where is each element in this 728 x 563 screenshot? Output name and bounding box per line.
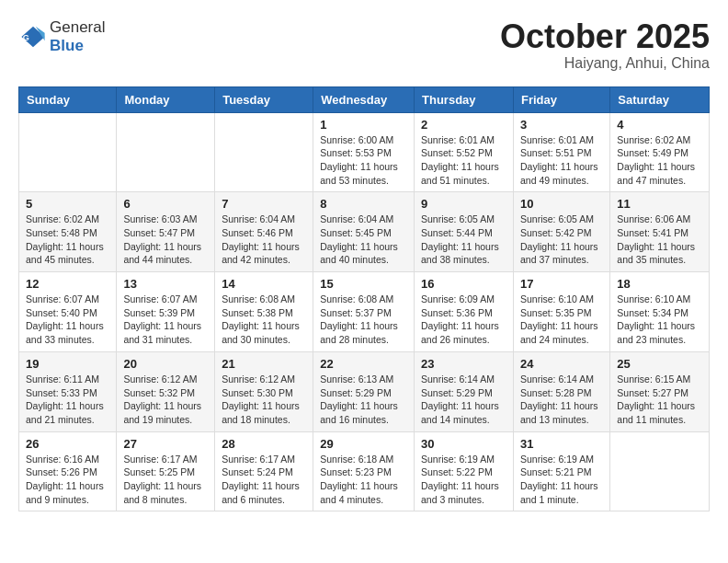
day-cell: 28Sunrise: 6:17 AM Sunset: 5:24 PM Dayli…	[215, 431, 313, 511]
day-number: 29	[320, 437, 407, 451]
week-row-4: 19Sunrise: 6:11 AM Sunset: 5:33 PM Dayli…	[19, 351, 710, 431]
day-number: 12	[26, 277, 109, 291]
day-info: Sunrise: 6:05 AM Sunset: 5:44 PM Dayligh…	[421, 213, 506, 267]
header-friday: Friday	[513, 86, 609, 112]
day-cell: 13Sunrise: 6:07 AM Sunset: 5:39 PM Dayli…	[117, 272, 215, 352]
day-info: Sunrise: 6:09 AM Sunset: 5:36 PM Dayligh…	[421, 293, 506, 347]
header-saturday: Saturday	[610, 86, 710, 112]
day-cell: 26Sunrise: 6:16 AM Sunset: 5:26 PM Dayli…	[19, 431, 117, 511]
day-number: 4	[617, 118, 702, 132]
title-block: October 2025 Haiyang, Anhui, China	[500, 18, 710, 72]
day-info: Sunrise: 6:16 AM Sunset: 5:26 PM Dayligh…	[26, 453, 109, 507]
day-info: Sunrise: 6:07 AM Sunset: 5:39 PM Dayligh…	[123, 293, 208, 347]
day-info: Sunrise: 6:12 AM Sunset: 5:30 PM Dayligh…	[222, 373, 306, 427]
day-cell: 12Sunrise: 6:07 AM Sunset: 5:40 PM Dayli…	[19, 272, 117, 352]
day-info: Sunrise: 6:19 AM Sunset: 5:21 PM Dayligh…	[520, 453, 603, 507]
day-cell: 14Sunrise: 6:08 AM Sunset: 5:38 PM Dayli…	[215, 272, 313, 352]
day-cell: 31Sunrise: 6:19 AM Sunset: 5:21 PM Dayli…	[513, 431, 609, 511]
day-cell: 20Sunrise: 6:12 AM Sunset: 5:32 PM Dayli…	[117, 351, 215, 431]
day-info: Sunrise: 6:17 AM Sunset: 5:24 PM Dayligh…	[222, 453, 306, 507]
day-number: 30	[421, 437, 506, 451]
day-number: 24	[520, 357, 603, 371]
day-cell: 10Sunrise: 6:05 AM Sunset: 5:42 PM Dayli…	[513, 192, 609, 272]
day-number: 18	[617, 277, 702, 291]
day-number: 22	[320, 357, 407, 371]
month-title: October 2025	[500, 18, 710, 55]
day-cell: 15Sunrise: 6:08 AM Sunset: 5:37 PM Dayli…	[313, 272, 415, 352]
day-cell: 6Sunrise: 6:03 AM Sunset: 5:47 PM Daylig…	[117, 192, 215, 272]
day-number: 26	[26, 437, 109, 451]
day-info: Sunrise: 6:02 AM Sunset: 5:48 PM Dayligh…	[26, 213, 109, 267]
day-number: 20	[123, 357, 208, 371]
day-number: 25	[617, 357, 702, 371]
day-cell: 21Sunrise: 6:12 AM Sunset: 5:30 PM Dayli…	[215, 351, 313, 431]
day-info: Sunrise: 6:17 AM Sunset: 5:25 PM Dayligh…	[123, 453, 208, 507]
header-monday: Monday	[117, 86, 215, 112]
logo: G General Blue	[18, 18, 105, 55]
day-cell: 19Sunrise: 6:11 AM Sunset: 5:33 PM Dayli…	[19, 351, 117, 431]
day-number: 3	[520, 118, 603, 132]
day-cell: 4Sunrise: 6:02 AM Sunset: 5:49 PM Daylig…	[610, 112, 710, 192]
header-sunday: Sunday	[19, 86, 117, 112]
day-cell: 16Sunrise: 6:09 AM Sunset: 5:36 PM Dayli…	[415, 272, 514, 352]
header-tuesday: Tuesday	[215, 86, 313, 112]
day-info: Sunrise: 6:06 AM Sunset: 5:41 PM Dayligh…	[617, 213, 702, 267]
day-info: Sunrise: 6:01 AM Sunset: 5:51 PM Dayligh…	[520, 133, 603, 188]
day-number: 31	[520, 437, 603, 451]
day-info: Sunrise: 6:02 AM Sunset: 5:49 PM Dayligh…	[617, 133, 702, 188]
day-info: Sunrise: 6:08 AM Sunset: 5:37 PM Dayligh…	[320, 293, 407, 347]
day-info: Sunrise: 6:19 AM Sunset: 5:22 PM Dayligh…	[421, 453, 506, 507]
day-cell: 5Sunrise: 6:02 AM Sunset: 5:48 PM Daylig…	[19, 192, 117, 272]
week-row-2: 5Sunrise: 6:02 AM Sunset: 5:48 PM Daylig…	[19, 192, 710, 272]
day-info: Sunrise: 6:10 AM Sunset: 5:34 PM Dayligh…	[617, 293, 702, 347]
day-number: 13	[123, 277, 208, 291]
day-info: Sunrise: 6:18 AM Sunset: 5:23 PM Dayligh…	[320, 453, 407, 507]
day-info: Sunrise: 6:01 AM Sunset: 5:52 PM Dayligh…	[421, 133, 506, 188]
day-info: Sunrise: 6:04 AM Sunset: 5:45 PM Dayligh…	[320, 213, 407, 267]
day-cell: 9Sunrise: 6:05 AM Sunset: 5:44 PM Daylig…	[415, 192, 514, 272]
day-number: 5	[26, 197, 109, 211]
day-info: Sunrise: 6:11 AM Sunset: 5:33 PM Dayligh…	[26, 373, 109, 427]
day-cell: 8Sunrise: 6:04 AM Sunset: 5:45 PM Daylig…	[313, 192, 415, 272]
day-number: 27	[123, 437, 208, 451]
svg-text:G: G	[23, 33, 29, 42]
day-info: Sunrise: 6:08 AM Sunset: 5:38 PM Dayligh…	[222, 293, 306, 347]
day-number: 19	[26, 357, 109, 371]
day-cell: 27Sunrise: 6:17 AM Sunset: 5:25 PM Dayli…	[117, 431, 215, 511]
day-info: Sunrise: 6:03 AM Sunset: 5:47 PM Dayligh…	[123, 213, 208, 267]
day-number: 9	[421, 197, 506, 211]
day-cell	[215, 112, 313, 192]
day-number: 7	[222, 197, 306, 211]
day-cell: 3Sunrise: 6:01 AM Sunset: 5:51 PM Daylig…	[513, 112, 609, 192]
week-row-5: 26Sunrise: 6:16 AM Sunset: 5:26 PM Dayli…	[19, 431, 710, 511]
day-info: Sunrise: 6:05 AM Sunset: 5:42 PM Dayligh…	[520, 213, 603, 267]
header-thursday: Thursday	[415, 86, 514, 112]
day-info: Sunrise: 6:04 AM Sunset: 5:46 PM Dayligh…	[222, 213, 306, 267]
calendar-table: SundayMondayTuesdayWednesdayThursdayFrid…	[18, 86, 710, 512]
day-number: 6	[123, 197, 208, 211]
day-number: 23	[421, 357, 506, 371]
day-number: 1	[320, 118, 407, 132]
day-number: 11	[617, 197, 702, 211]
day-number: 28	[222, 437, 306, 451]
day-info: Sunrise: 6:07 AM Sunset: 5:40 PM Dayligh…	[26, 293, 109, 347]
day-number: 14	[222, 277, 306, 291]
day-cell	[19, 112, 117, 192]
day-cell: 1Sunrise: 6:00 AM Sunset: 5:53 PM Daylig…	[313, 112, 415, 192]
logo-icon: G	[20, 24, 46, 50]
day-cell: 7Sunrise: 6:04 AM Sunset: 5:46 PM Daylig…	[215, 192, 313, 272]
day-info: Sunrise: 6:15 AM Sunset: 5:27 PM Dayligh…	[617, 373, 702, 427]
day-cell: 25Sunrise: 6:15 AM Sunset: 5:27 PM Dayli…	[610, 351, 710, 431]
day-cell	[117, 112, 215, 192]
day-info: Sunrise: 6:00 AM Sunset: 5:53 PM Dayligh…	[320, 133, 407, 188]
header-row: SundayMondayTuesdayWednesdayThursdayFrid…	[19, 86, 710, 112]
day-cell: 24Sunrise: 6:14 AM Sunset: 5:28 PM Dayli…	[513, 351, 609, 431]
day-info: Sunrise: 6:14 AM Sunset: 5:28 PM Dayligh…	[520, 373, 603, 427]
day-info: Sunrise: 6:13 AM Sunset: 5:29 PM Dayligh…	[320, 373, 407, 427]
logo-blue: Blue	[50, 37, 84, 54]
logo-general: General	[50, 18, 105, 36]
day-cell: 2Sunrise: 6:01 AM Sunset: 5:52 PM Daylig…	[415, 112, 514, 192]
header-wednesday: Wednesday	[313, 86, 415, 112]
day-cell: 18Sunrise: 6:10 AM Sunset: 5:34 PM Dayli…	[610, 272, 710, 352]
day-number: 15	[320, 277, 407, 291]
